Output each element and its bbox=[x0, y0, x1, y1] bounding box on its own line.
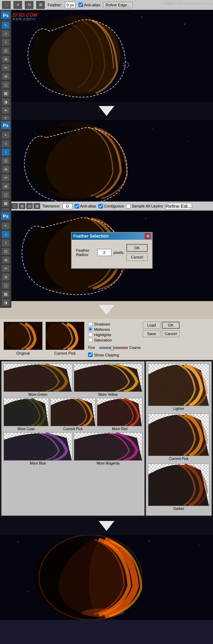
svg-point-13 bbox=[152, 128, 153, 129]
tool-brush-3[interactable]: ✏ bbox=[1, 265, 10, 272]
select-tool-options[interactable]: ⊞ bbox=[13, 1, 22, 9]
tool-brush[interactable]: ✏ bbox=[1, 64, 10, 72]
more-green-cell[interactable]: More Green bbox=[4, 363, 72, 396]
refine-edge-btn-2[interactable]: Refine Edi... bbox=[165, 203, 192, 210]
tool-dodge-3[interactable]: ◑ bbox=[1, 299, 10, 306]
original-preview: Original bbox=[4, 322, 43, 355]
lighter-cell[interactable]: Lighter bbox=[148, 363, 209, 411]
tool-select-3[interactable]: ⊹ bbox=[1, 231, 10, 238]
sample-cb[interactable] bbox=[126, 204, 131, 209]
show-clipping-cb[interactable] bbox=[88, 352, 93, 357]
feather-radius-label: Feather Radius: bbox=[76, 248, 95, 257]
anti-alias-cb-2[interactable] bbox=[75, 204, 79, 209]
tool-heal-3[interactable]: ⊕ bbox=[1, 256, 10, 264]
dialog-cancel-btn[interactable]: Cancel bbox=[126, 253, 148, 261]
tool-clone[interactable]: ⊛ bbox=[1, 72, 10, 80]
cb-controls: Shadows Midtones Highlights Saturation F… bbox=[88, 322, 139, 357]
tool-gradient[interactable]: ▦ bbox=[1, 89, 10, 97]
tool-move-3[interactable]: ↖ bbox=[1, 222, 10, 230]
more-red-svg bbox=[97, 398, 142, 426]
ps-logo-3: Ps bbox=[1, 212, 10, 220]
dialog-close-btn[interactable]: ✕ bbox=[145, 233, 151, 239]
arrow-3 bbox=[0, 517, 213, 535]
more-magenta-cell[interactable]: More Magenta bbox=[74, 432, 143, 465]
current-pick-svg bbox=[46, 322, 84, 350]
arrow-shape-3 bbox=[99, 521, 114, 531]
current-pick-right-cell[interactable]: Current Pick bbox=[148, 413, 209, 461]
arrow-shape-2 bbox=[99, 305, 114, 315]
contiguous-cb[interactable] bbox=[98, 204, 103, 209]
cb-save-btn[interactable]: Save bbox=[143, 330, 160, 337]
feather-radius-input[interactable] bbox=[97, 249, 111, 256]
current-pick-mid-cell[interactable]: Current Pick bbox=[50, 398, 96, 431]
highlights-radio[interactable] bbox=[88, 332, 93, 337]
more-yellow-img bbox=[74, 363, 143, 392]
more-red-cell[interactable]: More Red bbox=[97, 398, 142, 431]
tool-lasso[interactable]: ⌇ bbox=[1, 38, 10, 46]
feather-radius-row: Feather Radius: pixels OK Cancel bbox=[76, 244, 148, 261]
ps-logo-2: Ps bbox=[1, 121, 10, 129]
saturation-radio[interactable] bbox=[88, 338, 93, 342]
select-subtract-btn[interactable]: ⊟ bbox=[25, 1, 33, 9]
anti-alias-checkbox[interactable] bbox=[78, 2, 83, 7]
tool-heal-2[interactable]: ⊕ bbox=[1, 165, 10, 173]
cb-load-btn[interactable]: Load bbox=[143, 322, 160, 329]
tool-crop[interactable]: ⊡ bbox=[1, 47, 10, 55]
more-yellow-cell[interactable]: More Yellow bbox=[74, 363, 143, 396]
tool-select-2[interactable]: ⊹ bbox=[1, 140, 10, 148]
highlights-label: Highlights bbox=[94, 333, 111, 337]
add-selection-btn[interactable]: ⊞ bbox=[19, 203, 25, 209]
tool-clone-2[interactable]: ⊛ bbox=[1, 182, 10, 190]
cb-ok-btn[interactable]: OK bbox=[162, 322, 180, 329]
tool-move[interactable]: ↖ bbox=[1, 21, 10, 29]
darker-cell[interactable]: Darker bbox=[148, 463, 209, 511]
tool-crop-3[interactable]: ⊡ bbox=[1, 248, 10, 255]
feather-input[interactable] bbox=[65, 2, 76, 8]
fine-coarse-track[interactable] bbox=[99, 347, 128, 349]
canvas-area-3: Ps ↖ ⊹ ⌇ ⊡ ⊕ ✏ ⊛ ◻ ▦ ◑ » bbox=[0, 211, 213, 301]
select-intersect-btn[interactable]: ⊠ bbox=[36, 1, 45, 9]
arrow-1 bbox=[0, 102, 213, 120]
more-cyan-cell[interactable]: More Cyan bbox=[4, 398, 49, 431]
fine-label: Fine bbox=[88, 346, 98, 350]
save-cancel-row: Save Cancel bbox=[143, 330, 180, 337]
cb-cancel-btn[interactable]: Cancel bbox=[162, 330, 180, 337]
shadows-radio[interactable] bbox=[88, 322, 93, 326]
svg-point-31 bbox=[191, 577, 192, 577]
tool-move-2[interactable]: ↖ bbox=[1, 131, 10, 139]
select-tool-btn[interactable]: ⬚ bbox=[2, 1, 11, 9]
subtract-selection-btn[interactable]: ⊟ bbox=[26, 203, 33, 209]
tool-crop-2[interactable]: ⊡ bbox=[1, 157, 10, 165]
tool-pen[interactable]: ✒ bbox=[1, 106, 10, 114]
tool-brush-2[interactable]: ✏ bbox=[1, 174, 10, 182]
arrow-shape-1 bbox=[99, 106, 114, 116]
svg-point-12 bbox=[35, 134, 36, 134]
more-red-img bbox=[97, 398, 142, 426]
lighter-label: Lighter bbox=[148, 407, 209, 411]
lighter-img bbox=[148, 363, 209, 406]
new-selection-btn[interactable]: □ bbox=[11, 203, 18, 209]
tolerance-label: Tolerance: bbox=[42, 204, 60, 208]
feather-label: Feather: bbox=[48, 3, 62, 7]
tool-eraser-3[interactable]: ◻ bbox=[1, 282, 10, 289]
section-3: Ps ↖ ⊹ ⌇ ⊡ ⊕ ✏ ⊛ ◻ ▦ ◑ » bbox=[0, 211, 213, 301]
tool-clone-3[interactable]: ⊛ bbox=[1, 273, 10, 281]
tool-heal[interactable]: ⊕ bbox=[1, 55, 10, 63]
intersect-selection-btn[interactable]: ⊠ bbox=[34, 203, 40, 209]
tool-lasso-2[interactable]: ⌇ bbox=[1, 148, 10, 156]
svg-point-26 bbox=[17, 542, 18, 542]
fine-coarse-thumb[interactable] bbox=[111, 346, 114, 350]
midtones-radio[interactable] bbox=[88, 327, 93, 332]
tool-eraser-2[interactable]: ◻ bbox=[1, 191, 10, 199]
contiguous-label: Contiguous bbox=[104, 204, 124, 208]
tool-dodge[interactable]: ◑ bbox=[1, 98, 10, 106]
tool-lasso-3[interactable]: ⌇ bbox=[1, 239, 10, 247]
tool-gradient-3[interactable]: ▦ bbox=[1, 290, 10, 298]
more-blue-cell[interactable]: More Blue bbox=[4, 432, 72, 465]
tool-eraser[interactable]: ◻ bbox=[1, 81, 10, 89]
tool-select[interactable]: ⊹ bbox=[1, 30, 10, 38]
dialog-ok-btn[interactable]: OK bbox=[126, 244, 148, 252]
tool-gradient-2[interactable]: ▦ bbox=[1, 199, 10, 207]
tolerance-input[interactable] bbox=[62, 203, 72, 209]
refine-edge-btn[interactable]: Refine Edge... bbox=[103, 2, 133, 8]
